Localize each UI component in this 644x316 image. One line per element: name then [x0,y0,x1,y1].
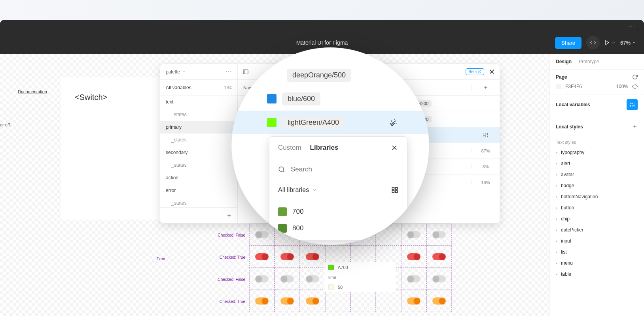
visibility-icon[interactable] [632,84,638,89]
text-style-item[interactable]: ▸list [553,246,641,258]
magnified-variable-row[interactable]: lightGreen/A400 [231,111,429,134]
search-input[interactable] [291,166,398,173]
variable-group-item[interactable]: primary [160,121,237,134]
switch-variant-row: Checked: True [202,290,549,312]
variant-label: Checked: False [218,233,245,237]
rotate-icon[interactable] [632,74,638,80]
color-style-item[interactable]: A700 [324,262,396,273]
share-button[interactable]: Share [555,37,581,49]
color-style-item[interactable]: 50 [324,282,396,292]
svg-rect-3 [243,70,248,74]
svg-marker-0 [606,41,609,45]
library-filter-dropdown[interactable]: All libraries [278,186,317,194]
variable-group-item[interactable]: text [160,96,237,108]
variables-collection-header: palette ⋯ [160,64,237,80]
collection-more-icon[interactable]: ⋯ [225,68,232,75]
text-style-item[interactable]: ▸typography [553,147,641,158]
switch-preview [255,275,269,282]
page-color-row[interactable]: F3F4F6 100% [556,84,638,89]
local-styles-section: Local styles [549,119,644,135]
document-title: Material UI for Figma [296,40,348,46]
external-link-icon [478,70,481,73]
add-style-button[interactable] [632,124,638,130]
variable-group-item[interactable]: _states [160,159,237,171]
tab-libraries[interactable]: Libraries [310,144,339,152]
switch-preview [255,231,269,238]
svg-point-32 [279,167,284,171]
color-picker-popover: Custom Libraries All libraries 70080 [269,136,407,240]
text-style-item[interactable]: ▸datePicker [553,224,641,235]
present-button[interactable] [604,40,616,45]
text-styles-list: ▸typography▸alert▸avatar▸badge▸bottomNav… [549,147,644,280]
variable-group-item[interactable]: _states [160,108,237,121]
text-style-item[interactable]: ▸badge [553,180,641,191]
chevron-down-icon [312,188,317,192]
window-more-icon[interactable]: ⋯ [628,21,636,30]
window-title-strip: ⋯ [0,20,644,32]
dev-mode-button[interactable] [586,36,600,49]
text-style-item[interactable]: ▸avatar [553,169,641,180]
magnified-variable-row: blue/600 [231,87,429,111]
switch-preview [432,231,446,238]
close-popover-button[interactable] [390,144,398,152]
inspector-panel: Design Prototype Page F3F4F6 100% [549,54,644,316]
switch-preview [407,275,420,282]
switch-preview [255,253,269,260]
switch-preview [306,253,319,260]
open-variables-button[interactable] [627,99,638,110]
all-variables-row[interactable]: All variables 134 [160,80,237,96]
popover-search-row [269,159,407,180]
popover-tabs: Custom Libraries [269,137,407,159]
tab-design[interactable]: Design [556,59,572,64]
close-variables-button[interactable]: ✕ [489,68,495,76]
text-style-item[interactable]: ▸table [553,269,641,280]
grid-icon [391,186,398,194]
switch-preview [306,297,319,305]
search-icon [278,166,285,173]
text-style-item[interactable]: ▸bottomNavigation [553,191,641,202]
add-mode-button[interactable] [471,85,500,90]
text-style-item[interactable]: ▸button [553,202,641,213]
variables-sidebar: palette ⋯ All variables 134 text_statesp… [160,64,238,223]
toggle-sidebar-icon[interactable] [242,69,249,75]
variant-label: Checked: False [218,277,245,282]
magic-wand-icon[interactable] [389,118,398,127]
switch-preview [407,231,420,238]
variable-group-item[interactable]: error [160,184,237,197]
popover-filter-row: All libraries [269,180,407,200]
svg-rect-34 [392,187,394,189]
switch-preview [432,297,446,305]
text-style-item[interactable]: ▸input [553,235,641,246]
beta-badge: Beta [466,68,484,75]
variable-group-item[interactable]: action [160,171,237,184]
text-style-item[interactable]: ▸alert [553,158,641,169]
variable-group-item[interactable]: _states [160,134,237,146]
plus-icon [632,124,638,130]
switch-preview [280,297,294,305]
grid-view-button[interactable] [391,186,398,194]
chevron-down-icon [612,41,616,45]
collection-dropdown[interactable]: palette [166,69,186,75]
switch-preview [432,275,446,282]
switch-preview [432,253,446,260]
zoom-dropdown[interactable]: 67% [620,40,636,46]
page-heading: Page [556,74,567,80]
add-group-button[interactable] [160,207,237,223]
local-styles-heading: Local styles [556,124,583,130]
color-swatch [267,94,277,103]
documentation-link[interactable]: Documentation [18,89,47,94]
magnifier-overlay: deepOrange/500 blue/600 lightGreen/A400 … [231,47,429,245]
svg-rect-37 [392,191,394,193]
variant-label: Checked: True [220,255,245,260]
variable-group-item[interactable]: secondary [160,146,237,159]
tab-custom[interactable]: Custom [278,144,301,152]
tab-prototype[interactable]: Prototype [579,59,599,64]
variable-group-item[interactable]: _states [160,197,237,207]
plus-icon [226,213,232,218]
color-option[interactable]: 700 [269,203,407,220]
variant-group-label: Error [157,257,165,261]
text-style-item[interactable]: ▸chip [553,213,641,224]
text-style-item[interactable]: ▸menu [553,258,641,269]
code-icon [590,40,596,46]
sidebar-icon [242,69,249,75]
